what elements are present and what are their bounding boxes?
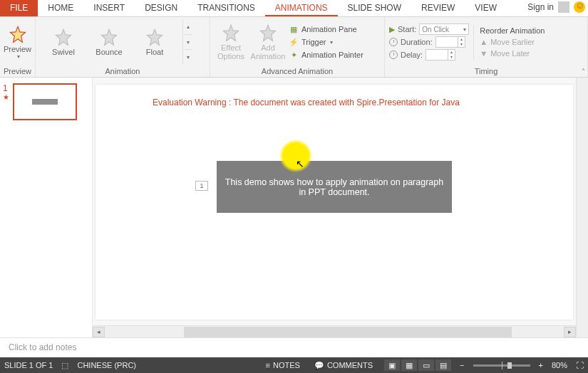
preview-button[interactable]: Preview ▾	[4, 19, 31, 65]
effect-options-button[interactable]: Effect Options	[215, 19, 247, 65]
scroll-down-icon[interactable]: ▾	[183, 35, 192, 51]
slide-thumbnail[interactable]	[13, 83, 77, 120]
scroll-left-icon[interactable]: ◂	[93, 327, 105, 337]
thumbnail-animation-icon: ★	[3, 93, 9, 101]
scroll-right-icon[interactable]: ▸	[564, 327, 576, 337]
comments-icon: 💬	[314, 361, 324, 370]
tab-slideshow[interactable]: SLIDE SHOW	[338, 0, 411, 16]
chevron-down-icon: ▾	[463, 26, 466, 33]
text-shape[interactable]: This demo shows how to apply animation o…	[217, 161, 452, 213]
animation-label: Float	[146, 48, 163, 56]
effect-options-icon	[221, 23, 241, 43]
expand-icon[interactable]: ▾	[183, 50, 192, 65]
animation-painter-icon: ✦	[289, 50, 299, 60]
trigger-icon: ⚡	[289, 37, 299, 47]
animation-painter-label: Animation Painter	[301, 51, 363, 59]
trigger-button[interactable]: ⚡ Trigger ▾	[289, 37, 363, 47]
animation-swivel[interactable]: Swivel	[47, 19, 80, 65]
file-tab[interactable]: FILE	[0, 0, 38, 16]
user-avatar-icon[interactable]	[558, 1, 569, 13]
swivel-icon	[53, 28, 73, 48]
start-value: On Click	[422, 26, 449, 33]
group-label-animation: Animation	[36, 67, 210, 77]
tab-animations[interactable]: ANIMATIONS	[265, 0, 338, 16]
arrow-up-icon: ▲	[480, 38, 488, 46]
tab-transitions[interactable]: TRANSITIONS	[187, 0, 265, 16]
feedback-icon[interactable]	[574, 1, 585, 13]
animation-bounce[interactable]: Bounce	[93, 19, 125, 65]
delay-spinner[interactable]: ▴▾	[425, 49, 455, 61]
move-later-button[interactable]: ▼ Move Later	[480, 49, 545, 58]
zoom-in-button[interactable]: +	[539, 361, 543, 369]
fit-window-button[interactable]: ⛶	[576, 361, 584, 369]
add-animation-icon	[258, 23, 278, 43]
chevron-down-icon: ▾	[17, 53, 20, 60]
start-play-icon: ▶	[389, 25, 395, 34]
animation-painter-button[interactable]: ✦ Animation Painter	[289, 50, 363, 60]
view-normal-button[interactable]: ▣	[384, 359, 400, 371]
zoom-slider[interactable]	[473, 364, 530, 367]
view-slideshow-button[interactable]: ▤	[435, 359, 451, 371]
move-earlier-label: Move Earlier	[490, 38, 535, 46]
group-label-timing: Timing	[385, 67, 587, 77]
move-earlier-button[interactable]: ▲ Move Earlier	[480, 38, 545, 46]
duration-clock-icon	[389, 38, 398, 46]
notes-icon: ≡	[266, 361, 270, 369]
shape-text: This demo shows how to apply animation o…	[224, 177, 445, 197]
animation-float[interactable]: Float	[138, 19, 171, 65]
arrow-down-icon: ▼	[480, 49, 488, 58]
float-icon	[145, 28, 165, 48]
animation-gallery-more[interactable]: ▴ ▾ ▾	[182, 19, 192, 65]
tab-design[interactable]: DESIGN	[135, 0, 187, 16]
animation-pane-button[interactable]: ▦ Animation Pane	[289, 24, 363, 34]
vertical-scrollbar[interactable]	[576, 78, 588, 337]
collapse-ribbon-icon[interactable]: ˄	[582, 68, 585, 75]
zoom-out-button[interactable]: −	[460, 361, 464, 369]
trigger-label: Trigger	[301, 38, 326, 46]
start-label: Start:	[398, 25, 416, 33]
group-label-preview: Preview	[0, 67, 35, 77]
effect-options-label: Effect Options	[217, 43, 244, 61]
sign-in-link[interactable]: Sign in	[527, 2, 554, 12]
tab-insert[interactable]: INSERT	[83, 0, 135, 16]
animation-label: Swivel	[52, 48, 75, 56]
evaluation-warning: Evaluation Warning : The document was cr…	[153, 98, 460, 107]
add-animation-label: Add Animation	[251, 43, 286, 61]
scrollbar-handle[interactable]	[184, 327, 512, 337]
animation-pane-icon: ▦	[289, 24, 299, 34]
view-sorter-button[interactable]: ▦	[401, 359, 417, 371]
delay-label: Delay:	[401, 51, 423, 59]
add-animation-button[interactable]: Add Animation	[252, 19, 284, 65]
start-combo[interactable]: On Click ▾	[419, 23, 469, 35]
view-reading-button[interactable]: ▭	[418, 359, 434, 371]
status-language[interactable]: CHINESE (PRC)	[77, 361, 136, 369]
horizontal-scrollbar[interactable]: ◂ ▸	[93, 325, 576, 337]
chevron-down-icon: ▾	[330, 39, 333, 46]
tab-review[interactable]: REVIEW	[411, 0, 465, 16]
bounce-icon	[99, 28, 119, 48]
animation-order-tag[interactable]: 1	[195, 181, 208, 191]
mouse-cursor-icon: ↖	[296, 158, 304, 169]
duration-label: Duration:	[401, 38, 433, 46]
slide-canvas[interactable]: Evaluation Warning : The document was cr…	[96, 85, 573, 320]
status-slide: SLIDE 1 OF 1	[4, 361, 53, 369]
zoom-value[interactable]: 80%	[552, 361, 567, 369]
tab-home[interactable]: HOME	[38, 0, 83, 16]
thumbnail-number: 1	[3, 83, 8, 93]
notes-field[interactable]: Click to add notes	[0, 337, 588, 357]
status-accessibility-icon[interactable]: ⬚	[61, 361, 68, 370]
delay-clock-icon	[389, 51, 398, 59]
move-later-label: Move Later	[490, 49, 530, 58]
tab-view[interactable]: VIEW	[465, 0, 507, 16]
duration-spinner[interactable]: ▴▾	[435, 36, 465, 48]
scroll-up-icon[interactable]: ▴	[183, 19, 192, 35]
group-label-advanced: Advanced Animation	[210, 67, 384, 77]
preview-label: Preview	[4, 45, 31, 53]
animation-pane-label: Animation Pane	[301, 25, 357, 33]
thumbnail-shape	[32, 99, 58, 105]
notes-button[interactable]: ≡NOTES	[263, 361, 303, 369]
reorder-header: Reorder Animation	[480, 26, 545, 35]
preview-star-icon	[8, 25, 28, 45]
animation-label: Bounce	[96, 48, 122, 56]
comments-button[interactable]: 💬COMMENTS	[311, 361, 376, 370]
